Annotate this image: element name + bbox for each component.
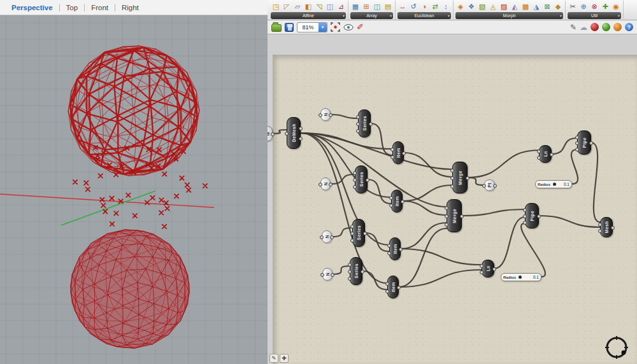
output-port[interactable] bbox=[361, 270, 364, 274]
output-port[interactable] bbox=[369, 122, 373, 126]
rectangular-array-icon[interactable]: ▦ bbox=[350, 1, 361, 11]
input-port[interactable] bbox=[320, 235, 324, 239]
node-slider-1[interactable]: Radius0.1 bbox=[535, 180, 572, 188]
input-port[interactable] bbox=[575, 136, 579, 139]
input-port[interactable] bbox=[385, 282, 389, 286]
paint-brush-icon[interactable]: ✐ bbox=[357, 22, 364, 32]
output-port[interactable] bbox=[329, 113, 333, 117]
input-port[interactable] bbox=[575, 141, 579, 145]
open-file-icon[interactable] bbox=[271, 24, 282, 32]
input-port[interactable] bbox=[356, 115, 360, 119]
input-port[interactable] bbox=[575, 148, 579, 151]
node-num-2[interactable]: N bbox=[320, 178, 331, 190]
node-slider-2[interactable]: Radius0.1 bbox=[501, 273, 541, 281]
input-port[interactable] bbox=[350, 225, 354, 228]
output-port[interactable] bbox=[611, 226, 615, 230]
node-item-4[interactable]: Item bbox=[387, 276, 399, 298]
viewport-tab-top[interactable]: Top bbox=[59, 4, 85, 11]
bend-icon[interactable]: ◭ bbox=[510, 1, 520, 11]
output-port[interactable] bbox=[271, 132, 275, 136]
output-port[interactable] bbox=[331, 273, 334, 277]
polar-array-icon[interactable]: ▤ bbox=[383, 1, 393, 11]
input-port[interactable] bbox=[348, 277, 352, 281]
node-mesh-param[interactable]: M bbox=[268, 126, 273, 141]
node-mesh-out[interactable]: Mesh bbox=[600, 217, 613, 237]
input-port[interactable] bbox=[450, 185, 454, 188]
node-item-3[interactable]: Item bbox=[389, 237, 401, 260]
input-port[interactable] bbox=[450, 176, 454, 180]
input-port[interactable] bbox=[387, 251, 391, 255]
input-port[interactable] bbox=[389, 204, 393, 207]
linear-array-icon[interactable]: ◫ bbox=[372, 1, 382, 11]
input-port[interactable] bbox=[390, 155, 394, 159]
edit-pencil-icon[interactable]: ✎ bbox=[269, 354, 278, 363]
toolbar-group-label-affine[interactable]: Affine▾ bbox=[271, 12, 346, 19]
input-port[interactable] bbox=[480, 270, 483, 274]
project-icon[interactable]: ◳ bbox=[271, 1, 281, 11]
toolbar-group-label-morph[interactable]: Morph▾ bbox=[455, 12, 563, 19]
node-item-2[interactable]: Item bbox=[391, 190, 403, 213]
input-port[interactable] bbox=[320, 273, 324, 277]
zoom-extents-icon[interactable] bbox=[331, 22, 340, 32]
remote-cloud-icon[interactable]: ☁ bbox=[580, 22, 587, 32]
output-port[interactable] bbox=[299, 127, 303, 130]
input-port[interactable] bbox=[523, 221, 527, 225]
input-port[interactable] bbox=[356, 122, 360, 126]
input-port[interactable] bbox=[350, 239, 354, 242]
add-widget-icon[interactable]: ✚ bbox=[280, 354, 289, 363]
node-series-2[interactable]: Series bbox=[355, 165, 368, 193]
input-port[interactable] bbox=[598, 223, 602, 227]
input-port[interactable] bbox=[350, 232, 354, 235]
node-series-4[interactable]: Series bbox=[350, 257, 362, 285]
viewport-tab-front[interactable]: Front bbox=[84, 4, 115, 11]
input-port[interactable] bbox=[387, 244, 391, 248]
slider-knob[interactable] bbox=[519, 276, 522, 279]
input-port[interactable] bbox=[482, 184, 486, 188]
node-merge-1[interactable]: Merge bbox=[452, 162, 468, 193]
toolbar-group-label-util[interactable]: Util▾ bbox=[568, 12, 621, 19]
output-port[interactable] bbox=[299, 137, 303, 141]
scale-icon[interactable]: ◸ bbox=[282, 1, 292, 11]
input-port[interactable] bbox=[356, 129, 360, 133]
zoom-select[interactable]: 81% ▾ bbox=[297, 22, 327, 32]
input-port[interactable] bbox=[353, 171, 357, 175]
input-port[interactable] bbox=[480, 264, 483, 268]
triangle-mapping-icon[interactable]: ⊿ bbox=[336, 1, 346, 11]
output-port[interactable] bbox=[366, 178, 369, 182]
input-port[interactable] bbox=[537, 156, 541, 160]
output-port[interactable] bbox=[493, 184, 497, 188]
spatial-deform-icon[interactable]: ❖ bbox=[466, 1, 476, 11]
splop-icon[interactable]: ⊠ bbox=[542, 1, 552, 11]
input-port[interactable] bbox=[537, 150, 541, 153]
node-pipe-2[interactable]: Pipe bbox=[525, 203, 539, 228]
preview-off-icon[interactable] bbox=[590, 23, 599, 31]
output-port[interactable] bbox=[466, 176, 469, 180]
input-port[interactable] bbox=[318, 183, 322, 186]
slider-knob[interactable] bbox=[553, 183, 556, 186]
intersect-icon[interactable]: ⊗ bbox=[589, 1, 599, 11]
surface-morph-icon[interactable]: ▧ bbox=[477, 1, 487, 11]
rotate-icon[interactable]: ↺ bbox=[408, 1, 419, 11]
mirror-icon[interactable]: ◑ bbox=[419, 1, 429, 11]
node-line-2[interactable]: Ln bbox=[482, 260, 494, 277]
shear-icon[interactable]: ▱ bbox=[292, 1, 303, 11]
input-port[interactable] bbox=[523, 208, 527, 212]
sketch-pencil-icon[interactable]: ✎ bbox=[570, 22, 576, 32]
node-num-3[interactable]: N bbox=[322, 230, 332, 243]
node-demesh[interactable]: DeMesh bbox=[287, 117, 301, 149]
output-port[interactable] bbox=[550, 153, 554, 157]
node-series-3[interactable]: Series bbox=[352, 219, 365, 247]
flow-icon[interactable]: ▩ bbox=[520, 1, 531, 11]
box-morph-icon[interactable]: ◈ bbox=[455, 1, 466, 11]
input-port[interactable] bbox=[348, 270, 352, 274]
camera-obscura-icon[interactable]: ◹ bbox=[314, 1, 324, 11]
node-pt-param[interactable]: Pt bbox=[484, 179, 495, 191]
output-port[interactable] bbox=[399, 248, 403, 251]
node-line-1[interactable]: Ln bbox=[539, 145, 552, 163]
preview-wireframe-icon[interactable] bbox=[613, 23, 622, 31]
viewport-tab-perspective[interactable]: Perspective bbox=[5, 4, 59, 11]
output-port[interactable] bbox=[363, 232, 367, 235]
orient-direction-icon[interactable]: ⇄ bbox=[430, 1, 440, 11]
output-port[interactable] bbox=[397, 286, 401, 290]
node-item-1[interactable]: Item bbox=[392, 141, 404, 164]
